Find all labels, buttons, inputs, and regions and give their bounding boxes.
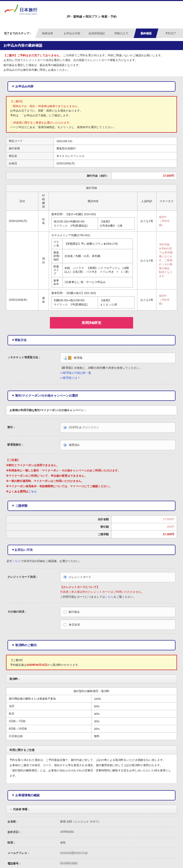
gender-row: 性別： 女性: [6, 837, 177, 848]
credit-card-row: クレジットカード決済： クレジットカード 【クレジットカードについて】 代表者ご…: [6, 568, 177, 603]
discount-option[interactable]: 200円引き:テストテスト: [60, 422, 176, 433]
product-code-label: 商品コード: [6, 137, 54, 145]
page-title: お申込み内容の最終確認: [0, 41, 183, 50]
station-list-link[interactable]: >>駅受取が可能な駅一覧: [60, 371, 91, 374]
available-cards-link[interactable]: こちら: [105, 595, 113, 598]
table-row: 8日前～20日前 20%: [6, 725, 177, 733]
radio-unselected-icon[interactable]: [63, 623, 67, 626]
hotel-name: ホテルエミシア札幌(1705-301): [51, 234, 135, 237]
step-member-auth: 会員登録認証: [84, 29, 109, 38]
section-cancellation[interactable]: ▼ 取消料のご案内: [7, 640, 176, 650]
section-discount[interactable]: ▼ 割引/マイクーポン/その他キャンペーンの選択: [7, 391, 176, 401]
other-payment-label: その他の決済：: [7, 607, 60, 630]
email-row: メールアドレス： xxxxxxxx@xxxxx.co.jp: [6, 848, 177, 859]
col-pax: 人員内訳: [137, 192, 156, 211]
product-name-value: Ｗｅｂコレスペシャル: [54, 152, 177, 160]
billing-table: 合計金額 27,600円 割引額 200円 ご請求額 27,400円: [6, 516, 177, 538]
discount-notes-title: 【ご注意】: [6, 457, 177, 463]
discount-name-blurred: テストテスト: [82, 426, 100, 429]
cancellation-table-caption: 旅行契約の解除期日・取消料: [6, 688, 177, 695]
return-status-note: （予約可能）: [159, 298, 174, 306]
product-code-value: 3301148-101: [54, 137, 177, 145]
step-reservation-complete: 予約完了: [158, 29, 183, 38]
payment-note-pre: 必ず: [6, 559, 12, 562]
phone-row: 電話番号： 00-0000-0000: [6, 859, 177, 868]
notice-line1: ・現時点では、宿泊・JR座席は確保できておりません。: [10, 104, 173, 108]
section-receive-method[interactable]: ▼受取方法: [7, 335, 176, 345]
phone-value: 00-0000-0000: [60, 862, 176, 866]
faq-link[interactable]: こちら: [28, 490, 37, 493]
station-discount-label: 駅受取割引：: [7, 440, 60, 450]
store-payment-option[interactable]: 来店決済: [60, 620, 176, 630]
hotel-pax: おとな2名: [137, 232, 156, 289]
usage-note-box: 予約を取り消された場合は、ご予約取扱店舗で、旅行代金に対して、上記の率による取消…: [6, 754, 177, 784]
phone-label: 電話番号：: [7, 862, 60, 866]
cancellation-fee-table: 旅行契約の解除期日・取消料 旅行開始後の解除または無連絡不参加 100% 当日 …: [6, 687, 177, 740]
steps-bar: 検索結果 お申込み内容 会員登録認証 情報の入力 最終確認 予約完了: [35, 29, 183, 38]
intro-lead-warning: 【ご案内】ご予約はまだ完了しておりません。: [3, 54, 62, 57]
logo-name: 日本旅行: [20, 7, 37, 13]
station-discount-option[interactable]: 適用済み: [60, 440, 176, 450]
table-row: 割引額 200円: [6, 523, 177, 530]
credit-about-line: 代表者ご本人様以外のクレジットカードはご利用いただけません。: [60, 590, 176, 594]
receive-method-row: ＪＲチケット等受取方法： ⚓️​📙 駅受取 【駅受取】出発前に、JR駅の券売機で…: [6, 349, 177, 384]
area-value: 北海道／札幌・白石、新札幌: [63, 249, 133, 263]
section-application-details[interactable]: ▼ お申込み内容: [7, 81, 176, 92]
section-customer-info[interactable]: ▼ お客様情報の確認: [7, 790, 176, 801]
return-seat-title: 【座席】: [100, 298, 132, 303]
cancellation-notice-box: 【ご案内】 予約確定後は2020年09月15日から取消料がかかります。: [6, 655, 177, 670]
bank-transfer-option[interactable]: 銀行振込: [60, 607, 176, 617]
fee-rate-0: 100%: [92, 695, 177, 703]
credit-about-title: 【クレジットカードについて】: [60, 585, 176, 590]
plan-value: 【室数限定】早い者勝ちプラン★(004-178): [63, 239, 133, 249]
intro-notice: 【ご案内】ご予約はまだ完了しておりません。 この内容でご予約を受け付けます。内容…: [0, 50, 183, 76]
total-price-value: 27,600円: [111, 172, 177, 180]
station-pickup-option[interactable]: ⚓️​📙 駅受取: [60, 352, 176, 363]
discount-row: 割引： 200円引き:テストテスト: [6, 418, 177, 436]
faq-prefix: ※よくある質問は: [6, 490, 28, 493]
outbound-date: 2020/10/05(月): [6, 211, 38, 232]
name-value: 新宿 太郎（シンジュク タロウ）: [60, 820, 176, 824]
billed-total-value: 27,400円: [111, 530, 177, 538]
subtotal-label: 合計金額: [6, 516, 111, 523]
representative-info-header[interactable]: － 代表者 情報：: [6, 805, 177, 814]
station-pickup-label: 駅受取: [74, 356, 82, 360]
birth-value: 1970/01/01: [60, 830, 176, 834]
outbound-pax: おとな2名: [137, 211, 156, 232]
page: 日本旅行 NIPPON TRAVEL AGENCY JR・新幹線＋宿泊プラン 検…: [0, 0, 183, 868]
station-pickup-desc: 【駅受取】出発前に、JR駅の券売機でJR券を発券してください。: [60, 366, 176, 371]
return-seat: まとまった席: [100, 303, 132, 307]
section-billing[interactable]: ▼ ご請求額: [7, 501, 176, 511]
seat-detail-change-button[interactable]: 座席詳細変更: [50, 317, 133, 329]
hotel-status-note: ※予約の完了はJR手配後となります。ご希望のＪＲが満席の場合、取消となります。: [159, 247, 174, 278]
table-row: 出発日 2020/10/05(月): [6, 160, 177, 167]
credit-card-option-label: クレジットカード: [69, 575, 91, 579]
discount-text: 円引き:: [73, 426, 82, 429]
notice-title: 【ご案内】: [10, 99, 173, 104]
name-label: お名前：: [7, 820, 60, 824]
station-discount-row: 駅受取割引： 適用済み: [6, 436, 177, 454]
fee-period-0: 旅行開始後の解除または無連絡不参加: [6, 695, 92, 703]
outbound-seat: [1号車]4番D・C席: [100, 224, 132, 228]
discount-note-5: ※マイクーポン使用条件・有効期限等については、マイページにてご確認ください。: [6, 484, 177, 489]
hotel-detail-table: プラン名 【室数限定】早い者勝ちプラン★(004-178) 都道府県/地区 北海…: [51, 239, 133, 287]
radio-selected-icon[interactable]: [63, 443, 67, 447]
step-search-results: 検索結果: [35, 29, 60, 38]
station-pickup-what-link[interactable]: >>駅受取とは？: [60, 376, 80, 379]
table-row: 前日 40%: [6, 710, 177, 718]
nippon-travel-logo[interactable]: 日本旅行 NIPPON TRAVEL AGENCY: [4, 4, 37, 16]
credit-card-option[interactable]: クレジットカード: [60, 572, 176, 582]
logo-swoosh-icon: [4, 4, 19, 16]
payment-detail-link[interactable]: こちら: [12, 559, 21, 562]
intro-line-agree: お申込みの方は旅行条件書に同意しお進みください。: [3, 67, 180, 72]
radio-selected-icon[interactable]: [63, 576, 67, 579]
section-payment[interactable]: ▼お支払い方法: [7, 545, 176, 555]
radio-unselected-icon[interactable]: [63, 610, 67, 614]
total-price-table: 旅行代金（合計） 27,600円: [6, 172, 177, 180]
table-row: 旅行開始後の解除または無連絡不参加 100%: [6, 695, 177, 703]
usage-note-3: 「旅行契約の解除期日」とは、お客様が当社らのそれぞれの営業日・営業時間内に解除す…: [9, 768, 174, 778]
cancellation-date: 2020年09月15日: [27, 663, 47, 666]
usage-note-1: 予約を取り消された場合は、ご予約取扱店舗で、旅行代金に対して、上記の率による取消…: [9, 757, 174, 763]
discount-note-1: ※割引とマイクーポンは併用できません。: [6, 463, 177, 468]
radio-selected-icon[interactable]: [63, 426, 67, 429]
